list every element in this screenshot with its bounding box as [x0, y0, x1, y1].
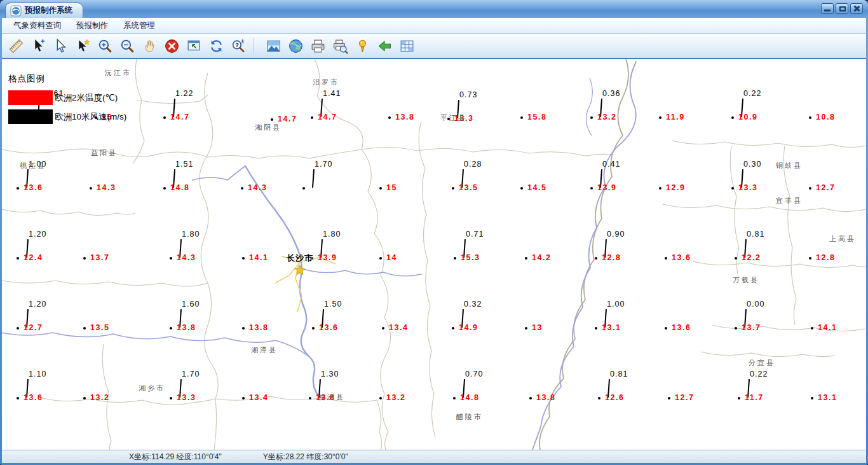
- place-label: 上高县: [829, 234, 856, 244]
- wind-speed-value: 1.51: [175, 160, 193, 169]
- temperature-value: 13.9: [318, 253, 337, 262]
- station-dot: [809, 187, 811, 190]
- station-dot: [309, 397, 311, 399]
- back-button[interactable]: [374, 36, 395, 55]
- full-extent-icon: [186, 38, 202, 54]
- close-button[interactable]: [850, 3, 863, 14]
- temperature-value: 14.3: [177, 253, 196, 262]
- wind-speed-value: 1.22: [175, 89, 193, 98]
- legend-panel: 格点图例 欧洲2米温度(℃) 欧洲10米风速(m/s): [8, 73, 126, 128]
- station-dot: [453, 397, 456, 399]
- station-dot: [659, 116, 661, 119]
- county-boundaries: [2, 59, 866, 450]
- svg-text:±: ±: [241, 38, 244, 45]
- temperature-value: 13.7: [90, 253, 109, 262]
- place-label: 醴陵市: [456, 412, 483, 422]
- temperature-value: 13.8: [536, 393, 555, 402]
- select-star-button[interactable]: [72, 36, 93, 55]
- print-preview-button[interactable]: [330, 36, 351, 55]
- refresh-icon: [208, 38, 224, 54]
- wind-speed-value: 1.80: [323, 230, 341, 239]
- clear-button[interactable]: [161, 36, 182, 55]
- temperature-value: 14.8: [460, 393, 479, 402]
- wind-speed-value: 0.70: [465, 370, 483, 378]
- identify-zoom-icon: ?±: [231, 38, 247, 54]
- place-label: 益阳县: [91, 148, 118, 158]
- station-dot: [668, 397, 670, 399]
- temperature-value: 11.7: [745, 393, 764, 402]
- wind-speed-value: 0.00: [747, 300, 764, 309]
- wind-speed-value: 0.73: [459, 90, 477, 99]
- title-tab: 预报制作系统: [5, 3, 83, 18]
- status-x-coordinate: X坐标:114.29 经度:110°0'4": [129, 452, 222, 462]
- minimize-button[interactable]: [821, 3, 834, 14]
- zoom-out-button[interactable]: [117, 36, 138, 55]
- station-dot: [811, 397, 813, 399]
- select-add-button[interactable]: [28, 36, 49, 55]
- grid-button[interactable]: [397, 36, 417, 55]
- station-dot: [809, 116, 811, 119]
- wind-speed-value: 1.70: [182, 370, 200, 378]
- station-dot: [271, 118, 273, 121]
- legend-swatch-temperature: [8, 90, 53, 105]
- station-dot: [170, 327, 172, 330]
- temperature-value: 12.2: [742, 253, 761, 262]
- close-icon: [851, 4, 862, 13]
- pointer-star-icon: [75, 38, 91, 54]
- temperature-value: 13.1: [818, 393, 837, 402]
- temperature-value: 13.5: [459, 183, 478, 192]
- print-button[interactable]: [308, 36, 329, 55]
- station-dot: [90, 187, 92, 190]
- station-dot: [595, 327, 597, 330]
- menu-item-forecast-production[interactable]: 预报制作: [69, 18, 116, 33]
- station-dot: [17, 187, 19, 190]
- wind-speed-value: 0.30: [743, 160, 761, 169]
- station-dot: [454, 257, 456, 260]
- locate-button[interactable]: [352, 36, 373, 55]
- station-dot: [598, 397, 600, 399]
- wind-speed-value: 1.00: [607, 300, 625, 309]
- temperature-value: 14.1: [249, 253, 268, 262]
- temperature-value: 14.2: [532, 253, 551, 262]
- pan-button[interactable]: [139, 36, 160, 55]
- place-label: 湘阴县: [255, 123, 281, 132]
- station-dot: [809, 257, 811, 260]
- temperature-value: 13.6: [24, 183, 43, 192]
- full-extent-button[interactable]: [184, 36, 205, 55]
- station-dot: [382, 327, 384, 330]
- menu-item-system-management[interactable]: 系统管理: [116, 18, 163, 33]
- station-dot: [379, 397, 382, 399]
- menu-item-weather-data-query[interactable]: 气象资料查询: [6, 18, 69, 33]
- identify-button[interactable]: ?±: [228, 36, 249, 55]
- legend-label-wind: 欧洲10米风速(m/s): [55, 111, 126, 123]
- refresh-button[interactable]: [206, 36, 227, 55]
- window-controls: [821, 3, 863, 14]
- station-dot: [452, 187, 454, 190]
- wind-speed-value: 1.20: [29, 230, 46, 239]
- measure-button[interactable]: [6, 36, 27, 55]
- legend-row-temperature: 欧洲2米温度(℃): [8, 90, 126, 105]
- temperature-value: 14.7: [170, 113, 189, 121]
- temperature-value: 14.7: [318, 113, 337, 121]
- pointer-icon: [53, 38, 69, 54]
- temperature-value: 12.8: [816, 253, 835, 262]
- temperature-value: 14.7: [278, 115, 297, 123]
- station-dot: [17, 257, 19, 260]
- legend-row-wind: 欧洲10米风速(m/s): [8, 109, 126, 124]
- minimize-icon: [824, 10, 831, 11]
- select-button[interactable]: [50, 36, 71, 55]
- restore-button[interactable]: [836, 3, 848, 14]
- temperature-value: 13.2: [90, 393, 109, 402]
- basemap-button[interactable]: [263, 36, 284, 55]
- temperature-value: 13.1: [602, 323, 621, 332]
- map-canvas[interactable]: 格点图例 欧洲2米温度(℃) 欧洲10米风速(m/s) 沅江市汨罗市湘阴县平江县…: [2, 59, 866, 450]
- restore-icon: [839, 6, 846, 11]
- svg-text:?: ?: [235, 41, 239, 48]
- wind-speed-value: 1.41: [323, 89, 341, 98]
- globe-button[interactable]: [285, 36, 306, 55]
- place-label: 株洲县: [318, 392, 345, 402]
- zoom-in-button[interactable]: [95, 36, 116, 55]
- legend-title: 格点图例: [8, 73, 126, 85]
- location-pin-icon: [355, 38, 370, 54]
- station-dot: [83, 397, 86, 399]
